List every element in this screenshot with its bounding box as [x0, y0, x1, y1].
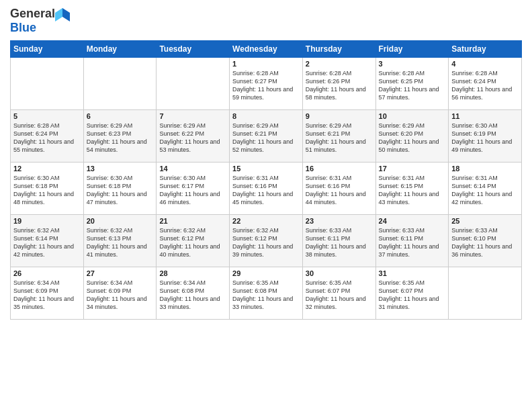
calendar-cell: 25Sunrise: 6:33 AM Sunset: 6:10 PM Dayli… — [449, 214, 522, 267]
weekday-header: Saturday — [449, 40, 522, 57]
calendar-cell: 21Sunrise: 6:32 AM Sunset: 6:12 PM Dayli… — [157, 214, 230, 267]
day-info: Sunrise: 6:30 AM Sunset: 6:19 PM Dayligh… — [451, 122, 519, 154]
day-number: 29 — [232, 269, 300, 277]
weekday-header: Sunday — [11, 40, 84, 57]
day-number: 18 — [451, 165, 519, 173]
day-number: 14 — [159, 165, 226, 173]
day-number: 24 — [379, 217, 446, 225]
calendar-cell: 2Sunrise: 6:28 AM Sunset: 6:26 PM Daylig… — [302, 57, 375, 109]
calendar-cell: 6Sunrise: 6:29 AM Sunset: 6:23 PM Daylig… — [83, 109, 157, 162]
calendar-cell: 19Sunrise: 6:32 AM Sunset: 6:14 PM Dayli… — [11, 214, 84, 267]
calendar-cell: 16Sunrise: 6:31 AM Sunset: 6:16 PM Dayli… — [302, 162, 375, 214]
calendar-cell: 11Sunrise: 6:30 AM Sunset: 6:19 PM Dayli… — [449, 109, 522, 162]
day-info: Sunrise: 6:33 AM Sunset: 6:11 PM Dayligh… — [306, 226, 373, 259]
calendar-header-row: SundayMondayTuesdayWednesdayThursdayFrid… — [11, 40, 522, 57]
day-number: 20 — [87, 217, 154, 225]
day-number: 13 — [87, 165, 154, 173]
day-info: Sunrise: 6:29 AM Sunset: 6:20 PM Dayligh… — [379, 122, 446, 154]
day-info: Sunrise: 6:32 AM Sunset: 6:14 PM Dayligh… — [13, 226, 81, 259]
day-info: Sunrise: 6:34 AM Sunset: 6:09 PM Dayligh… — [87, 279, 154, 312]
svg-marker-0 — [62, 8, 70, 21]
day-info: Sunrise: 6:29 AM Sunset: 6:21 PM Dayligh… — [232, 122, 300, 154]
calendar-table: SundayMondayTuesdayWednesdayThursdayFrid… — [10, 40, 522, 320]
day-number: 11 — [451, 112, 519, 120]
day-number: 7 — [159, 112, 226, 120]
day-number: 5 — [13, 112, 81, 120]
logo: GeneralBlue — [10, 7, 70, 35]
calendar-cell: 7Sunrise: 6:29 AM Sunset: 6:22 PM Daylig… — [157, 109, 230, 162]
calendar-cell: 1Sunrise: 6:28 AM Sunset: 6:27 PM Daylig… — [230, 57, 303, 109]
calendar-cell: 20Sunrise: 6:32 AM Sunset: 6:13 PM Dayli… — [83, 214, 157, 267]
calendar-week-row: 1Sunrise: 6:28 AM Sunset: 6:27 PM Daylig… — [11, 57, 522, 109]
calendar-cell: 13Sunrise: 6:30 AM Sunset: 6:18 PM Dayli… — [83, 162, 157, 214]
day-info: Sunrise: 6:28 AM Sunset: 6:24 PM Dayligh… — [13, 122, 81, 154]
calendar-cell: 3Sunrise: 6:28 AM Sunset: 6:25 PM Daylig… — [375, 57, 449, 109]
calendar-cell: 10Sunrise: 6:29 AM Sunset: 6:20 PM Dayli… — [375, 109, 449, 162]
day-info: Sunrise: 6:35 AM Sunset: 6:07 PM Dayligh… — [379, 279, 446, 312]
day-number: 30 — [306, 269, 373, 277]
calendar-cell: 14Sunrise: 6:30 AM Sunset: 6:17 PM Dayli… — [157, 162, 230, 214]
calendar-cell: 17Sunrise: 6:31 AM Sunset: 6:15 PM Dayli… — [375, 162, 449, 214]
day-number: 16 — [306, 165, 373, 173]
weekday-header: Tuesday — [157, 40, 230, 57]
calendar-cell: 9Sunrise: 6:29 AM Sunset: 6:21 PM Daylig… — [302, 109, 375, 162]
day-number: 19 — [13, 217, 81, 225]
day-number: 12 — [13, 165, 81, 173]
weekday-header: Wednesday — [230, 40, 303, 57]
day-info: Sunrise: 6:28 AM Sunset: 6:27 PM Dayligh… — [232, 69, 300, 102]
logo-blue: Blue — [10, 21, 70, 35]
day-info: Sunrise: 6:29 AM Sunset: 6:21 PM Dayligh… — [306, 122, 373, 154]
day-number: 4 — [451, 60, 519, 68]
day-number: 22 — [232, 217, 300, 225]
day-info: Sunrise: 6:28 AM Sunset: 6:24 PM Dayligh… — [451, 69, 519, 102]
svg-marker-1 — [55, 8, 62, 21]
day-number: 17 — [379, 165, 446, 173]
logo-icon — [55, 7, 70, 21]
day-info: Sunrise: 6:31 AM Sunset: 6:14 PM Dayligh… — [451, 174, 519, 207]
day-info: Sunrise: 6:30 AM Sunset: 6:18 PM Dayligh… — [87, 174, 154, 207]
day-number: 2 — [306, 60, 373, 68]
day-number: 15 — [232, 165, 300, 173]
day-info: Sunrise: 6:31 AM Sunset: 6:16 PM Dayligh… — [232, 174, 300, 207]
day-info: Sunrise: 6:29 AM Sunset: 6:22 PM Dayligh… — [159, 122, 226, 154]
day-info: Sunrise: 6:35 AM Sunset: 6:08 PM Dayligh… — [232, 279, 300, 312]
calendar-cell: 12Sunrise: 6:30 AM Sunset: 6:18 PM Dayli… — [11, 162, 84, 214]
calendar-cell: 26Sunrise: 6:34 AM Sunset: 6:09 PM Dayli… — [11, 267, 84, 319]
day-info: Sunrise: 6:34 AM Sunset: 6:08 PM Dayligh… — [159, 279, 226, 312]
calendar-cell: 22Sunrise: 6:32 AM Sunset: 6:12 PM Dayli… — [230, 214, 303, 267]
day-number: 25 — [451, 217, 519, 225]
day-number: 31 — [379, 269, 446, 277]
calendar-cell — [11, 57, 84, 109]
day-number: 8 — [232, 112, 300, 120]
calendar-cell: 24Sunrise: 6:33 AM Sunset: 6:11 PM Dayli… — [375, 214, 449, 267]
day-info: Sunrise: 6:28 AM Sunset: 6:26 PM Dayligh… — [306, 69, 373, 102]
calendar-week-row: 12Sunrise: 6:30 AM Sunset: 6:18 PM Dayli… — [11, 162, 522, 214]
day-number: 23 — [306, 217, 373, 225]
calendar-week-row: 26Sunrise: 6:34 AM Sunset: 6:09 PM Dayli… — [11, 267, 522, 319]
day-info: Sunrise: 6:30 AM Sunset: 6:17 PM Dayligh… — [159, 174, 226, 207]
day-number: 27 — [87, 269, 154, 277]
day-info: Sunrise: 6:34 AM Sunset: 6:09 PM Dayligh… — [13, 279, 81, 312]
logo-general: General — [10, 7, 55, 21]
page: GeneralBlue SundayMondayTuesdayWednesday… — [0, 0, 532, 411]
calendar-cell: 30Sunrise: 6:35 AM Sunset: 6:07 PM Dayli… — [302, 267, 375, 319]
day-info: Sunrise: 6:33 AM Sunset: 6:10 PM Dayligh… — [451, 226, 519, 259]
day-info: Sunrise: 6:33 AM Sunset: 6:11 PM Dayligh… — [379, 226, 446, 259]
day-info: Sunrise: 6:31 AM Sunset: 6:16 PM Dayligh… — [306, 174, 373, 207]
calendar-cell — [449, 267, 522, 319]
day-info: Sunrise: 6:30 AM Sunset: 6:18 PM Dayligh… — [13, 174, 81, 207]
calendar-week-row: 19Sunrise: 6:32 AM Sunset: 6:14 PM Dayli… — [11, 214, 522, 267]
day-info: Sunrise: 6:28 AM Sunset: 6:25 PM Dayligh… — [379, 69, 446, 102]
calendar-cell: 5Sunrise: 6:28 AM Sunset: 6:24 PM Daylig… — [11, 109, 84, 162]
day-number: 3 — [379, 60, 446, 68]
day-number: 1 — [232, 60, 300, 68]
weekday-header: Monday — [83, 40, 157, 57]
calendar-cell — [83, 57, 157, 109]
weekday-header: Friday — [375, 40, 449, 57]
calendar-cell: 27Sunrise: 6:34 AM Sunset: 6:09 PM Dayli… — [83, 267, 157, 319]
calendar-cell: 8Sunrise: 6:29 AM Sunset: 6:21 PM Daylig… — [230, 109, 303, 162]
calendar-cell: 4Sunrise: 6:28 AM Sunset: 6:24 PM Daylig… — [449, 57, 522, 109]
day-info: Sunrise: 6:32 AM Sunset: 6:12 PM Dayligh… — [159, 226, 226, 259]
calendar-cell: 23Sunrise: 6:33 AM Sunset: 6:11 PM Dayli… — [302, 214, 375, 267]
calendar-cell: 28Sunrise: 6:34 AM Sunset: 6:08 PM Dayli… — [157, 267, 230, 319]
